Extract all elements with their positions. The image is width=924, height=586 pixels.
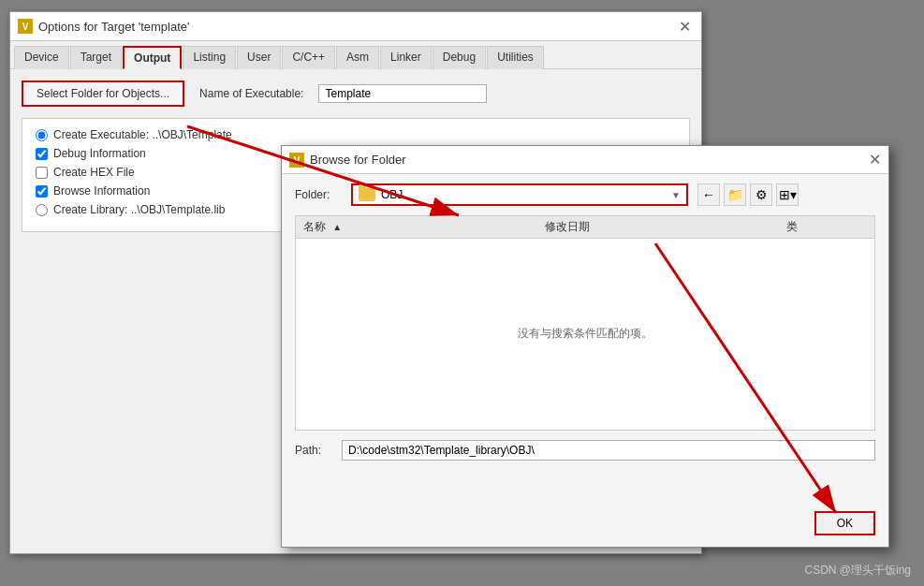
main-title-text: Options for Target 'template' <box>38 20 190 34</box>
dropdown-arrow-icon: ▼ <box>671 190 681 200</box>
tab-asm[interactable]: Asm <box>336 46 379 69</box>
tab-utilities[interactable]: Utilities <box>487 46 544 69</box>
settings-button[interactable]: ⚙ <box>750 183 772 206</box>
back-button[interactable]: ← <box>697 183 720 206</box>
tab-listing[interactable]: Listing <box>183 46 236 69</box>
new-folder-button[interactable]: 📁 <box>724 183 746 206</box>
folder-label: Folder: <box>295 188 342 201</box>
browse-dialog: V Browse for Folder ✕ Folder: OBJ ▼ ← 📁 … <box>281 145 889 548</box>
main-title-icon: V <box>18 19 33 34</box>
browse-ok-button[interactable]: OK <box>814 511 875 535</box>
tab-bar: Device Target Output Listing User C/C++ … <box>10 41 701 69</box>
exe-name-input[interactable] <box>318 84 487 103</box>
main-close-button[interactable]: ✕ <box>675 17 694 36</box>
radio-create-library[interactable] <box>36 204 48 216</box>
folder-dropdown[interactable]: OBJ ▼ <box>351 183 688 206</box>
view-button[interactable]: ⊞▾ <box>776 183 799 206</box>
browse-bottom-row: OK <box>814 511 875 535</box>
checkbox-browse-info[interactable] <box>36 185 48 198</box>
browse-title-text: Browse for Folder <box>310 153 406 167</box>
col-date-header: 修改日期 <box>545 219 786 235</box>
radio-create-executable[interactable] <box>36 129 48 141</box>
tab-cpp[interactable]: C/C++ <box>282 46 335 69</box>
watermark: CSDN @理头干饭ing <box>804 563 911 579</box>
toolbar-icons: ← 📁 ⚙ ⊞▾ <box>697 183 799 206</box>
tab-output[interactable]: Output <box>123 46 182 69</box>
tab-device[interactable]: Device <box>14 46 69 69</box>
browse-title-bar: V Browse for Folder ✕ <box>282 146 888 174</box>
top-row: Select Folder for Objects... Name of Exe… <box>22 81 690 107</box>
main-title-bar: V Options for Target 'template' ✕ <box>10 12 701 41</box>
tab-debug[interactable]: Debug <box>433 46 486 69</box>
folder-row: Folder: OBJ ▼ ← 📁 ⚙ ⊞▾ <box>295 183 875 206</box>
browse-content: Folder: OBJ ▼ ← 📁 ⚙ ⊞▾ 名称 ▲ <box>282 174 888 470</box>
col-type-header: 类 <box>786 219 867 235</box>
browse-title-icon: V <box>289 153 304 168</box>
col-name-header: 名称 ▲ <box>303 219 545 235</box>
folder-dropdown-inner: OBJ <box>359 188 403 201</box>
file-table-header: 名称 ▲ 修改日期 类 <box>296 216 874 239</box>
file-table: 名称 ▲ 修改日期 类 没有与搜索条件匹配的项。 <box>295 215 875 431</box>
option-create-executable: Create Executable: ..\OBJ\Template <box>36 128 676 141</box>
title-left: V Options for Target 'template' <box>18 19 190 34</box>
exe-name-label: Name of Executable: <box>199 87 303 100</box>
browse-title-left: V Browse for Folder <box>289 153 406 168</box>
folder-name: OBJ <box>381 188 403 201</box>
tab-linker[interactable]: Linker <box>380 46 432 69</box>
checkbox-create-hex[interactable] <box>36 167 48 179</box>
browse-close-button[interactable]: ✕ <box>869 151 881 168</box>
path-input[interactable] <box>342 440 875 461</box>
svg-text:V: V <box>22 22 29 32</box>
select-folder-button[interactable]: Select Folder for Objects... <box>22 81 184 107</box>
path-label: Path: <box>295 444 332 457</box>
svg-text:V: V <box>294 155 301 166</box>
path-row: Path: <box>295 440 875 461</box>
tab-target[interactable]: Target <box>70 46 122 69</box>
tab-user[interactable]: User <box>237 46 281 69</box>
checkbox-debug-info[interactable] <box>36 148 48 160</box>
folder-icon <box>359 188 375 201</box>
file-list-empty-message: 没有与搜索条件匹配的项。 <box>296 239 874 428</box>
